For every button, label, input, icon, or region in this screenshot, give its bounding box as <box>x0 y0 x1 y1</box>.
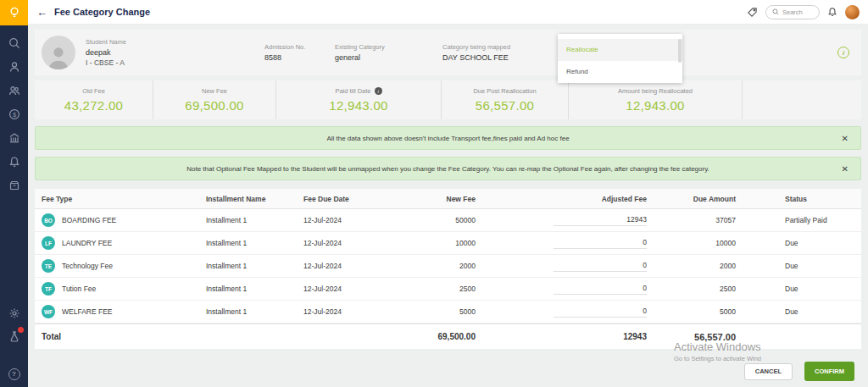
institute-building-icon[interactable] <box>8 131 20 144</box>
optional-fee-alert: Note that Optional Fee Mapped to the Stu… <box>35 157 861 180</box>
paid-till-date-info-icon[interactable]: i <box>375 87 382 95</box>
student-class-value: I - CBSE - A <box>86 58 264 67</box>
table-row: TFTution Fee Installment 1 12-Jul-2024 2… <box>35 278 861 301</box>
col-installment: Installment Name <box>206 195 303 203</box>
content: Student Name deepak I - CBSE - A Admissi… <box>28 25 868 387</box>
due-amount: 5000 <box>647 307 736 316</box>
bell-icon[interactable] <box>827 7 837 17</box>
student-name-label: Student Name <box>86 38 264 46</box>
labs-flask-icon[interactable] <box>8 329 20 342</box>
installment-name: Installment 1 <box>206 239 303 247</box>
col-due-date: Fee Due Date <box>303 195 388 203</box>
adjusted-fee-input[interactable] <box>554 238 647 249</box>
help-icon[interactable]: ? <box>8 368 20 380</box>
existing-category-label: Existing Category <box>335 43 442 51</box>
due-amount: 37057 <box>647 216 736 224</box>
dropdown-option-refund[interactable]: Refund <box>558 61 682 83</box>
existing-category-field: Existing Category general <box>335 43 442 62</box>
search-input[interactable] <box>782 8 813 16</box>
due-post-reallocation-label: Due Post Reallocation <box>473 87 536 95</box>
adjusted-fee-input[interactable] <box>554 307 647 318</box>
due-post-reallocation-card: Due Post Reallocation 56,557.00 <box>442 80 569 119</box>
fee-due-date: 12-Jul-2024 <box>303 239 388 247</box>
settings-gear-icon[interactable] <box>8 307 20 319</box>
staff-group-icon[interactable] <box>8 84 20 97</box>
cancel-button[interactable]: CANCEL <box>744 363 793 380</box>
search-icon[interactable] <box>8 36 20 49</box>
due-amount: 2000 <box>647 262 736 270</box>
mapped-category-field: Category being mapped DAY SCHOOL FEE <box>442 43 570 62</box>
old-fee-card: Old Fee 43,272.00 <box>35 80 153 119</box>
new-fee-card: New Fee 69,500.00 <box>153 80 276 119</box>
dropdown-scrollbar[interactable] <box>678 39 682 63</box>
category-action-dropdown: Reallocate Refund <box>558 34 682 83</box>
installment-name: Installment 1 <box>206 262 303 270</box>
new-fee: 10000 <box>388 239 476 247</box>
empty-summary-cell <box>743 80 861 119</box>
adjusted-fee-input[interactable] <box>554 284 647 295</box>
student-avatar <box>42 36 75 69</box>
total-label: Total <box>42 332 206 341</box>
col-adjusted-fee: Adjusted Fee <box>476 195 647 203</box>
due-post-reallocation-value: 56,557.00 <box>476 98 534 113</box>
table-header-row: Fee Type Installment Name Fee Due Date N… <box>35 189 861 209</box>
col-fee-type: Fee Type <box>42 195 206 203</box>
col-new-fee: New Fee <box>388 195 476 203</box>
confirm-button[interactable]: CONFIRM <box>804 362 854 381</box>
status-badge: Partially Paid <box>736 216 854 224</box>
top-bar: ← Fee Category Change <box>28 0 868 25</box>
notifications-bell-icon[interactable] <box>8 155 20 168</box>
info-icon[interactable]: i <box>837 47 849 58</box>
due-amount: 2500 <box>647 285 736 293</box>
old-fee-label: Old Fee <box>82 87 105 95</box>
due-amount: 10000 <box>647 239 736 247</box>
admission-no-label: Admission No. <box>264 43 335 51</box>
inventory-box-icon[interactable] <box>8 179 20 191</box>
user-avatar[interactable] <box>845 5 860 19</box>
installment-name: Installment 1 <box>206 285 303 293</box>
notification-badge <box>18 327 24 333</box>
admission-no-field: Admission No. 8588 <box>264 43 335 62</box>
amount-reallocated-label: Amount being Reallocated <box>618 87 693 95</box>
new-fee: 2500 <box>388 285 476 293</box>
table-row: WFWELFARE FEE Installment 1 12-Jul-2024 … <box>35 301 861 323</box>
col-due-amount: Due Amount <box>647 195 736 203</box>
fee-type: WELFARE FEE <box>62 307 113 316</box>
adjusted-fee-input[interactable] <box>554 261 647 272</box>
new-fee-label: New Fee <box>202 87 227 95</box>
student-icon[interactable] <box>8 60 20 73</box>
new-fee-value: 69,500.00 <box>185 98 243 113</box>
student-name-value: deepak <box>86 48 264 57</box>
fee-due-date: 12-Jul-2024 <box>303 285 388 293</box>
paid-till-date-value: 12,943.00 <box>329 98 387 113</box>
fee-badge: TE <box>42 259 55 273</box>
mapped-category-label: Category being mapped <box>442 43 570 51</box>
main-area: ← Fee Category Change <box>28 0 868 387</box>
app: $ ? ← <box>0 0 868 387</box>
transport-fee-alert: All the data shown above doesn't include… <box>35 126 861 150</box>
close-icon[interactable]: ✕ <box>842 164 849 174</box>
status-badge: Due <box>736 307 854 316</box>
offers-tag-icon[interactable] <box>747 7 758 18</box>
footer-bar: CANCEL CONFIRM <box>35 349 861 387</box>
global-search <box>765 5 820 19</box>
dropdown-option-reallocate[interactable]: Reallocate <box>558 39 682 61</box>
app-logo-icon[interactable] <box>0 0 28 25</box>
adjusted-fee-input[interactable] <box>554 215 647 226</box>
total-new-fee: 69,500.00 <box>388 332 476 341</box>
fees-currency-icon[interactable]: $ <box>8 108 20 120</box>
fee-type: LAUNDRY FEE <box>62 239 112 247</box>
table-row: TETechnology Fee Installment 1 12-Jul-20… <box>35 255 861 278</box>
paid-till-date-card: Paid till Date i 12,943.00 <box>276 80 442 119</box>
status-badge: Due <box>736 285 854 293</box>
alert-text: Note that Optional Fee Mapped to the Stu… <box>186 165 709 173</box>
paid-till-date-label: Paid till Date <box>335 87 370 95</box>
existing-category-value: general <box>335 53 442 62</box>
fee-badge: TF <box>42 282 55 296</box>
back-arrow-icon[interactable]: ← <box>36 6 47 19</box>
fee-badge: LF <box>42 236 55 250</box>
close-icon[interactable]: ✕ <box>842 134 849 143</box>
fee-due-date: 12-Jul-2024 <box>303 216 388 224</box>
fee-badge: WF <box>42 305 55 318</box>
student-info-band: Student Name deepak I - CBSE - A Admissi… <box>35 30 861 75</box>
